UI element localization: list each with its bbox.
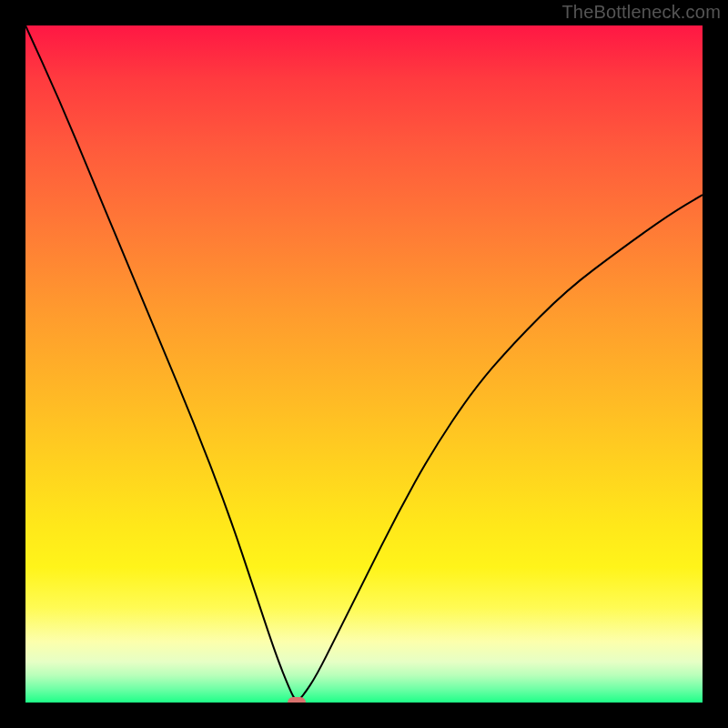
chart-frame: TheBottleneck.com: [0, 0, 728, 728]
plot-area: [25, 25, 703, 703]
minimum-marker: [288, 697, 306, 703]
curve-svg: [25, 25, 703, 703]
watermark-text: TheBottleneck.com: [561, 2, 721, 23]
bottleneck-curve-path: [25, 25, 703, 701]
